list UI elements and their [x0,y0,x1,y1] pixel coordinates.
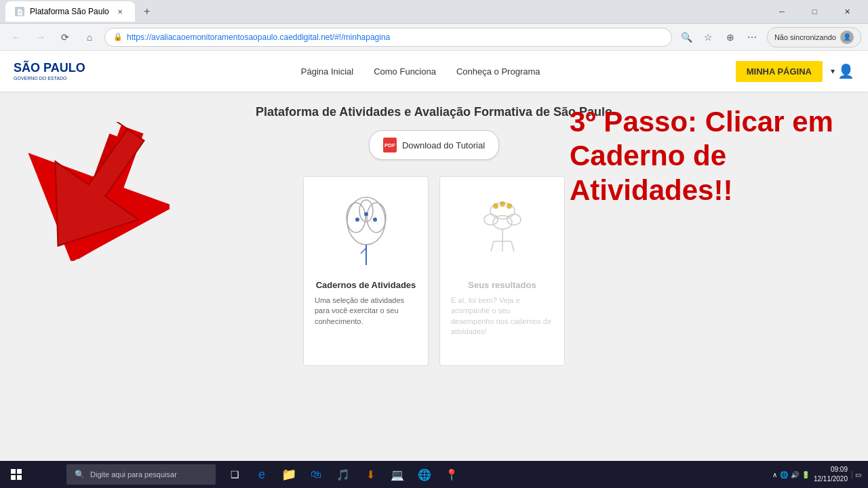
site-logo: SÃO PAULO GOVERNO DO ESTADO [14,61,85,81]
step-annotation: 3º Passo: Clicar em Caderno de Atividade… [570,105,841,207]
download-tutorial-btn[interactable]: PDF Download do Tutorial [369,130,499,160]
taskbar-search-bar[interactable]: 🔍 Digite aqui para pesquisar [66,464,216,485]
taskbar: 🔍 Digite aqui para pesquisar ❑ e 📁 🛍 🎵 ⬇… [0,461,868,488]
svg-marker-25 [17,122,173,264]
card-resultados-image [469,190,536,272]
lock-icon: 🔒 [113,33,123,41]
red-arrow-overlay [17,122,173,264]
taskbar-time-display: 09:09 [814,465,848,474]
close-btn[interactable]: ✕ [831,0,863,24]
taskbar-app-icons: ❑ e 📁 🛍 🎵 ⬇ 💻 🌐 📍 [222,461,464,488]
svg-line-22 [511,241,514,251]
taskbar-network-icon: 🌐 [780,471,788,479]
card-cadernos-title: Cadernos de Atividades [316,280,416,290]
home-btn[interactable]: ⌂ [80,28,99,47]
tab-favicon: 📄 [15,7,24,16]
browser-titlebar: 📄 Plataforma São Paulo ✕ + ─ □ ✕ [0,0,868,24]
card-cadernos[interactable]: Cadernos de Atividades Uma seleção de at… [303,176,429,366]
svg-point-9 [364,212,368,216]
taskbar-explorer-icon[interactable]: 📁 [277,461,301,488]
taskbar-edge-icon[interactable]: e [250,461,274,488]
refresh-btn[interactable]: ⟳ [56,28,75,47]
taskbar-task-view-btn[interactable]: ❑ [222,461,247,488]
toolbar-icons: 🔍 ☆ ⊕ ⋯ [677,28,762,47]
svg-point-3 [347,203,366,232]
nav-link-conheca-programa[interactable]: Conheça o Programa [456,66,540,77]
taskbar-chrome-icon[interactable]: 🌐 [412,461,437,488]
new-tab-btn[interactable]: + [138,2,157,21]
tab-title: Plataforma São Paulo [30,7,109,16]
taskbar-maps-icon[interactable]: 📍 [439,461,464,488]
logo-sub-text: GOVERNO DO ESTADO [14,76,85,81]
extensions-icon-btn[interactable]: ⊕ [721,28,740,47]
svg-point-2 [347,197,385,245]
svg-point-14 [493,216,512,229]
nav-link-como-funciona[interactable]: Como Funciona [374,66,436,77]
more-icon-btn[interactable]: ⋯ [743,28,762,47]
taskbar-search-icon: 🔍 [75,470,85,479]
svg-line-7 [361,248,366,253]
download-btn-label: Download do Tutorial [402,140,485,150]
svg-point-5 [359,200,373,222]
back-btn[interactable]: ← [7,28,26,47]
svg-line-20 [491,241,494,251]
windows-logo-icon [11,469,22,480]
page-title: Plataforma de Atividades e Avaliação For… [256,105,612,119]
user-profile-icon[interactable]: ▾ 👤 [831,63,854,79]
page-content: SÃO PAULO GOVERNO DO ESTADO Página Inici… [0,51,868,461]
tab-close-btn[interactable]: ✕ [115,6,125,17]
dropdown-arrow: ▾ [831,66,835,76]
card-resultados-desc: E aí, foi bem? Veja e acompanhe o seu de… [451,296,553,338]
sync-btn[interactable]: Não sincronizando 👤 [767,27,861,47]
taskbar-battery-icon: 🔋 [802,471,810,479]
taskbar-clock: 09:09 12/11/2020 [814,465,848,484]
sync-label: Não sincronizando [774,33,836,41]
cards-area: Cadernos de Atividades Uma seleção de at… [303,176,565,366]
windows-start-btn[interactable] [0,461,33,488]
pdf-icon: PDF [383,138,397,152]
window-controls: ─ □ ✕ [766,0,863,24]
logo-sp-text: SÃO PAULO [14,61,85,76]
svg-point-12 [484,214,498,225]
svg-point-10 [373,218,377,222]
url-text: https://avaliacaoemonitoramentosaopaulo.… [127,33,663,42]
taskbar-sys-icons: ∧ 🌐 🔊 🔋 [772,471,810,479]
site-nav: SÃO PAULO GOVERNO DO ESTADO Página Inici… [0,51,868,92]
taskbar-store-icon[interactable]: 🛍 [304,461,328,488]
taskbar-date-display: 12/11/2020 [814,474,848,484]
forward-btn[interactable]: → [31,28,50,47]
card-resultados[interactable]: Seus resultados E aí, foi bem? Veja e ac… [439,176,565,366]
address-bar[interactable]: 🔒 https://avaliacaoemonitoramentosaopaul… [104,28,672,47]
user-avatar-small: 👤 [840,30,854,44]
taskbar-music-icon[interactable]: 🎵 [331,461,355,488]
person-icon: 👤 [837,63,854,79]
taskbar-caret-icon[interactable]: ∧ [772,471,777,479]
taskbar-phone-icon[interactable]: 💻 [385,461,410,488]
card-cadernos-image [332,190,400,272]
card-resultados-title: Seus resultados [468,280,536,290]
taskbar-show-desktop-btn[interactable]: ▭ [852,471,861,479]
taskbar-search-text: Digite aqui para pesquisar [90,470,177,479]
minha-pagina-btn[interactable]: MINHA PÁGINA [736,61,823,82]
nav-links: Página Inicial Como Funciona Conheça o P… [106,66,736,77]
svg-point-13 [507,214,521,225]
search-icon-btn[interactable]: 🔍 [677,28,696,47]
star-icon-btn[interactable]: ☆ [699,28,718,47]
taskbar-right: ∧ 🌐 🔊 🔋 09:09 12/11/2020 ▭ [772,465,868,484]
card-cadernos-desc: Uma seleção de atividades para você exer… [315,296,417,327]
svg-point-8 [355,218,359,222]
taskbar-download-icon[interactable]: ⬇ [358,461,382,488]
svg-point-4 [367,203,386,232]
taskbar-volume-icon: 🔊 [791,471,799,479]
browser-tab[interactable]: 📄 Plataforma São Paulo ✕ [5,1,135,22]
maximize-btn[interactable]: □ [799,0,830,24]
minimize-btn[interactable]: ─ [766,0,797,24]
svg-point-15 [493,203,498,209]
browser-toolbar: ← → ⟳ ⌂ 🔒 https://avaliacaoemonitorament… [0,24,868,51]
svg-point-17 [507,203,512,209]
svg-text:📄: 📄 [16,8,24,16]
svg-point-16 [500,201,505,207]
nav-link-pagina-inicial[interactable]: Página Inicial [301,66,353,77]
